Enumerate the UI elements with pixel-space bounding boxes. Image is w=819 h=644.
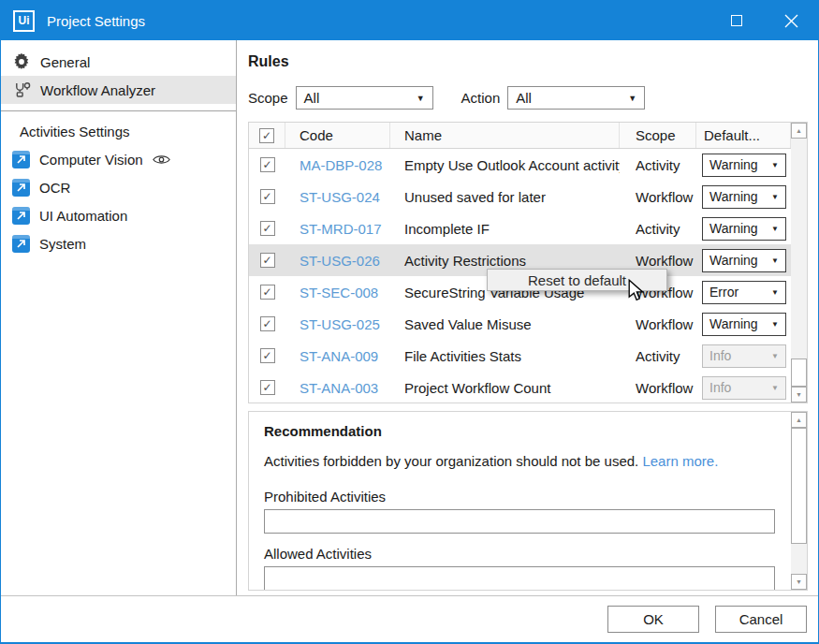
column-header-code[interactable]: Code (285, 123, 390, 148)
row-code[interactable]: ST-ANA-009 (285, 348, 390, 364)
sidebar-item-label: Workflow Analyzer (40, 82, 155, 98)
row-checkbox[interactable]: ✓ (260, 380, 275, 395)
recommendation-scrollbar[interactable]: ▲ ▼ (791, 412, 807, 590)
table-scrollbar[interactable]: ▲ ▼ (791, 123, 807, 402)
row-default-value: Warning (709, 189, 758, 204)
row-default-combo[interactable]: Warning ▼ (702, 217, 786, 241)
row-checkbox[interactable]: ✓ (260, 221, 275, 236)
scrollbar-track[interactable] (791, 544, 807, 574)
row-checkbox[interactable]: ✓ (260, 348, 275, 363)
sidebar-item-ocr[interactable]: OCR (1, 173, 236, 201)
row-default-combo[interactable]: Warning ▼ (702, 185, 786, 209)
row-checkbox-cell: ✓ (249, 157, 285, 172)
column-header-default[interactable]: Default... (696, 123, 791, 148)
sidebar-item-ui-automation[interactable]: UI Automation (1, 201, 236, 229)
row-default-combo[interactable]: Info ▼ (702, 376, 786, 400)
row-code[interactable]: ST-USG-024 (285, 189, 390, 205)
select-all-checkbox[interactable]: ✓ (259, 128, 274, 143)
row-checkbox[interactable]: ✓ (260, 285, 275, 300)
scrollbar-track[interactable] (791, 139, 807, 359)
chevron-down-icon: ▼ (417, 94, 425, 103)
scope-filter-value: All (304, 90, 320, 106)
close-button[interactable] (764, 1, 818, 40)
rules-heading: Rules (248, 53, 818, 70)
activity-package-icon (12, 151, 30, 168)
row-default-combo[interactable]: Error ▼ (702, 281, 786, 304)
cancel-button[interactable]: Cancel (715, 606, 807, 633)
prohibited-activities-input[interactable] (264, 509, 775, 534)
row-default-combo[interactable]: Warning ▼ (702, 154, 786, 177)
scrollbar-thumb[interactable] (791, 428, 807, 544)
sidebar-item-label: UI Automation (39, 208, 127, 224)
row-default-value: Error (709, 285, 739, 300)
chevron-down-icon: ▼ (628, 94, 636, 103)
row-default-combo[interactable]: Warning ▼ (702, 313, 786, 336)
row-scope: Activity (620, 157, 696, 173)
row-default-value: Info (709, 380, 731, 395)
row-scope: Activity (620, 348, 696, 364)
row-checkbox[interactable]: ✓ (260, 316, 275, 331)
dialog-footer: OK Cancel (1, 595, 818, 642)
row-default-combo[interactable]: Warning ▼ (702, 249, 786, 272)
scroll-up-icon[interactable]: ▲ (791, 123, 807, 139)
rules-table: ✓ Code Name Scope Default... ✓ MA-DBP-02… (248, 122, 808, 403)
learn-more-link[interactable]: Learn more. (642, 453, 718, 469)
context-menu-item-reset-to-default[interactable]: Reset to default (528, 272, 626, 288)
row-code[interactable]: ST-SEC-008 (285, 285, 390, 300)
row-default-combo[interactable]: Info ▼ (702, 344, 786, 368)
table-row[interactable]: ✓ ST-USG-024 Unused saved for later Work… (249, 181, 791, 212)
chevron-down-icon: ▼ (771, 352, 779, 360)
table-row[interactable]: ✓ ST-ANA-009 File Activities Stats Activ… (249, 340, 791, 372)
row-checkbox-cell: ✓ (249, 285, 285, 300)
recommendation-heading: Recommendation (264, 423, 776, 439)
scroll-down-icon[interactable]: ▼ (791, 574, 807, 590)
sidebar-item-workflow-analyzer[interactable]: Workflow Analyzer (1, 76, 236, 104)
column-header-scope[interactable]: Scope (620, 123, 696, 148)
column-header-name[interactable]: Name (390, 123, 620, 148)
scroll-up-icon[interactable]: ▲ (791, 412, 807, 428)
row-scope: Workflow (620, 189, 696, 205)
allowed-activities-input[interactable] (264, 566, 775, 590)
sidebar-item-system[interactable]: System (1, 229, 236, 257)
row-scope: Activity (620, 221, 696, 237)
table-header: ✓ Code Name Scope Default... (249, 123, 791, 149)
sidebar-item-general[interactable]: General (1, 48, 236, 76)
row-code[interactable]: ST-USG-025 (285, 316, 390, 332)
row-name: File Activities Stats (390, 348, 620, 364)
scrollbar-thumb[interactable] (791, 359, 807, 387)
recommendation-section: Recommendation Activities forbidden by y… (248, 411, 808, 591)
scroll-down-icon[interactable]: ▼ (791, 387, 807, 402)
workflow-analyzer-icon (12, 80, 31, 99)
row-checkbox[interactable]: ✓ (260, 157, 275, 172)
row-scope: Workflow (620, 253, 696, 269)
scope-filter-label: Scope (248, 90, 288, 106)
table-row[interactable]: ✓ MA-DBP-028 Empty Use Outlook Account a… (249, 149, 791, 181)
row-code[interactable]: ST-ANA-003 (285, 380, 390, 396)
table-row[interactable]: ✓ ST-USG-025 Saved Value Misuse Workflow… (249, 308, 791, 340)
row-checkbox[interactable]: ✓ (260, 189, 275, 204)
sidebar-item-label: OCR (39, 180, 70, 196)
project-settings-dialog: Ui Project Settings General (0, 0, 819, 644)
sidebar-item-label: General (40, 54, 90, 70)
action-filter-dropdown[interactable]: All ▼ (507, 86, 645, 110)
row-checkbox-cell: ✓ (249, 253, 285, 268)
row-name: Unused saved for later (390, 189, 620, 205)
chevron-down-icon: ▼ (771, 161, 779, 169)
row-code[interactable]: ST-USG-026 (285, 253, 390, 269)
ok-button[interactable]: OK (607, 606, 699, 633)
maximize-icon (731, 15, 742, 26)
sidebar: General Workflow Analyzer Activities Set… (1, 40, 237, 595)
window-title: Project Settings (47, 13, 145, 29)
row-checkbox[interactable]: ✓ (260, 253, 275, 268)
eye-icon[interactable] (153, 154, 170, 166)
sidebar-item-label: System (39, 236, 86, 252)
scope-filter-dropdown[interactable]: All ▼ (296, 86, 433, 110)
table-row[interactable]: ✓ ST-ANA-003 Project Workflow Count Work… (249, 372, 791, 402)
sidebar-item-computer-vision[interactable]: Computer Vision (1, 145, 236, 173)
filter-row: Scope All ▼ Action All ▼ (248, 86, 818, 110)
table-row[interactable]: ✓ ST-MRD-017 Incomplete IF Activity Warn… (249, 212, 791, 244)
row-code[interactable]: MA-DBP-028 (285, 157, 390, 173)
close-icon (784, 14, 798, 28)
row-code[interactable]: ST-MRD-017 (285, 221, 390, 237)
maximize-button[interactable] (709, 1, 764, 40)
